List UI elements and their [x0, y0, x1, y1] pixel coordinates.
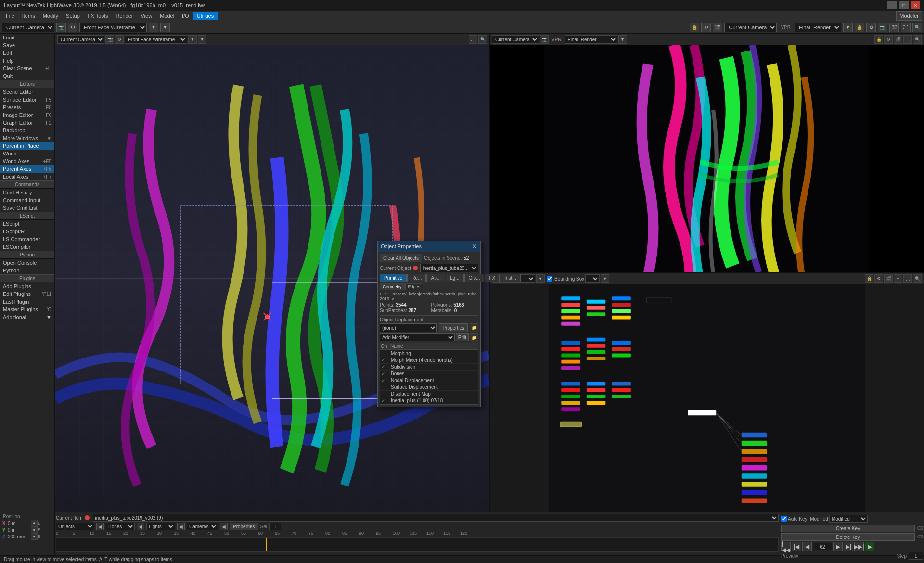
main-vp-camera[interactable]: Current Camera — [57, 35, 104, 44]
schematic-viewport[interactable]: Schematic ▼ Bounding Box ▼ 🔒 ⚙ 🎬 + ⛶ 🔍 — [489, 273, 924, 512]
menu-io[interactable]: I/O — [178, 12, 193, 20]
y-key-icon[interactable]: ● — [31, 526, 38, 533]
vpr-render-mode[interactable]: Final_Render — [565, 35, 617, 44]
menu-utilities[interactable]: Utilities — [193, 12, 218, 20]
sidebar-surface-editor[interactable]: Surface EditorF5 — [0, 96, 54, 103]
vpr-lock[interactable]: 🔒 — [874, 35, 883, 44]
main-vp-cam-icon[interactable]: 📷 — [105, 35, 114, 44]
sidebar-save[interactable]: Save — [0, 41, 54, 49]
camera-select-left[interactable]: Current Camera — [2, 23, 54, 32]
sidebar-save-cmd-list[interactable]: Save Cmd List — [0, 204, 54, 212]
modifier-disp-map[interactable]: Displacement Map — [380, 391, 478, 397]
schematic-add[interactable]: + — [894, 274, 902, 283]
dialog-subtab-edges[interactable]: Edges — [405, 283, 424, 290]
main-vp-more[interactable]: ▼ — [198, 35, 206, 44]
sidebar-last-plugin[interactable]: Last Plugin — [0, 298, 54, 306]
vpr-render-btn[interactable]: 🎬 — [894, 35, 902, 44]
dialog-subtab-geometry[interactable]: Geometry — [380, 283, 405, 290]
menu-file[interactable]: File — [2, 12, 18, 20]
dialog-tab-inst[interactable]: Inst... — [500, 274, 520, 282]
sidebar-python[interactable]: Python — [0, 267, 54, 274]
properties-bottom-btn[interactable]: Properties — [230, 523, 258, 530]
sel-input[interactable] — [269, 523, 281, 530]
vp-render-icon[interactable]: 🎬 — [713, 23, 722, 32]
bones-dropdown[interactable]: Bones — [106, 523, 135, 530]
camera-select-right[interactable]: Current Camera — [724, 23, 777, 32]
vpr-cam-icon[interactable]: 📷 — [540, 35, 549, 44]
vpr-mode-arrow[interactable]: ▼ — [618, 35, 627, 44]
next-key-btn[interactable]: ▶| — [844, 542, 853, 551]
render-scene-icon[interactable]: 🎬 — [889, 23, 899, 32]
schematic-mode-icon[interactable]: ▼ — [536, 274, 545, 283]
view-mode-dropdown-icon[interactable]: ▼ — [149, 23, 158, 32]
sidebar-open-console[interactable]: Open Console — [0, 259, 54, 267]
modifier-morphing[interactable]: Morphing — [380, 350, 478, 357]
minimize-button[interactable]: – — [887, 1, 897, 9]
render-cam-icon[interactable]: 📷 — [878, 23, 887, 32]
vp-settings-icon[interactable]: ⚙ — [701, 23, 711, 32]
sidebar-cmd-history[interactable]: Cmd History — [0, 189, 54, 196]
z-key-icon[interactable]: ● — [31, 533, 38, 540]
modifier-folder-icon[interactable]: 📁 — [470, 333, 478, 342]
sidebar-ls-commander[interactable]: LS Commander — [0, 235, 54, 243]
properties-button[interactable]: Properties — [439, 323, 468, 332]
auto-key-mode[interactable]: Modified — [829, 515, 868, 523]
sidebar-lscript[interactable]: LScript — [0, 220, 54, 228]
sidebar-world[interactable]: World — [0, 150, 54, 157]
schematic-sub-mode[interactable] — [585, 274, 600, 283]
render-settings-icon[interactable]: ⚙ — [866, 23, 876, 32]
render-mode-select[interactable]: Final_Render — [795, 23, 841, 32]
x-key-icon[interactable]: ● — [31, 520, 38, 526]
render-search-icon[interactable]: 🔍 — [912, 23, 922, 32]
menu-view[interactable]: View — [137, 12, 156, 20]
render-dropdown-icon[interactable]: ▼ — [843, 23, 853, 32]
objects-dropdown[interactable]: Objects — [56, 523, 94, 530]
sidebar-presets[interactable]: PresetsF8 — [0, 103, 54, 111]
sidebar-load[interactable]: Load — [0, 34, 54, 41]
vpr-settings[interactable]: ⚙ — [884, 35, 893, 44]
next-frame-btn[interactable]: ▶ — [833, 542, 843, 551]
menu-modify[interactable]: Modify — [39, 12, 62, 20]
schematic-lock[interactable]: 🔒 — [865, 274, 873, 283]
delete-key-button[interactable]: Delete Key — [781, 533, 915, 541]
current-item-select[interactable]: inertia_plus_tube2019_v002 (9) — [93, 514, 779, 522]
clear-all-objects-button[interactable]: Clear All Objects — [380, 254, 422, 262]
render-expand-icon[interactable]: ⛶ — [901, 23, 911, 32]
current-frame-input[interactable] — [813, 543, 832, 550]
view-mode-select[interactable]: Front Face Wireframe — [79, 23, 147, 32]
sidebar-edit-plugins[interactable]: Edit Plugins'F11 — [0, 290, 54, 298]
schematic-settings[interactable]: ⚙ — [874, 274, 883, 283]
menu-model[interactable]: Model — [156, 12, 178, 20]
sidebar-lscript-rt[interactable]: LScript/RT — [0, 228, 54, 235]
vpr-viewport[interactable]: Current Camera 📷 VPR Final_Render ▼ 🔒 ⚙ … — [489, 34, 924, 273]
vpr-camera[interactable]: Current Camera — [492, 35, 539, 44]
auto-key-checkbox[interactable] — [781, 516, 787, 522]
sidebar-world-axes[interactable]: World Axes+F5 — [0, 157, 54, 165]
modifier-inertia-plus[interactable]: ✓ Inertia_plus (1.00) 07/18 — [380, 397, 478, 404]
sidebar-graph-editor[interactable]: Graph EditorF2 — [0, 119, 54, 127]
schematic-sub-arrow[interactable]: ▼ — [601, 274, 609, 283]
schematic-expand[interactable]: ⛶ — [903, 274, 912, 283]
modifier-nodal[interactable]: ✓ Nodal Displacement — [380, 377, 478, 384]
sidebar-clear-scene[interactable]: Clear Scene +H — [0, 64, 54, 72]
modifier-surface-disp[interactable]: Surface Displacement — [380, 384, 478, 391]
sidebar-parent-in-place[interactable]: Parent in Place — [0, 142, 54, 150]
dialog-tab-primitive[interactable]: Primitive — [380, 274, 407, 282]
prev-key-btn[interactable]: |◀ — [792, 542, 801, 551]
prev-frame-btn[interactable]: ◀ — [802, 542, 812, 551]
current-object-select[interactable]: inertia_plus_tube20... — [420, 264, 478, 272]
modifier-morph-mixer[interactable]: ✓ Morph Mixer (4 endomorphs) — [380, 357, 478, 364]
sidebar-backdrop[interactable]: Backdrop — [0, 127, 54, 134]
lights-prev-btn[interactable]: ◀ — [177, 523, 185, 530]
sidebar-parent-axes[interactable]: Parent Axes+F6 — [0, 165, 54, 173]
sidebar-master-plugins[interactable]: Master Plugins'O — [0, 306, 54, 313]
close-button[interactable]: ✕ — [911, 1, 920, 9]
sidebar-add-plugins[interactable]: Add Plugins — [0, 282, 54, 290]
schematic-render-btn[interactable]: 🎬 — [884, 274, 893, 283]
dialog-tab-ap[interactable]: Ap... — [426, 274, 445, 282]
modeler-button[interactable]: Modeler — [896, 11, 922, 21]
replacement-select[interactable]: (none) — [380, 323, 437, 332]
properties-folder-icon[interactable]: 📁 — [470, 323, 478, 332]
render-lock-icon[interactable]: 🔒 — [855, 23, 864, 32]
vp-lock-icon[interactable]: 🔒 — [690, 23, 699, 32]
